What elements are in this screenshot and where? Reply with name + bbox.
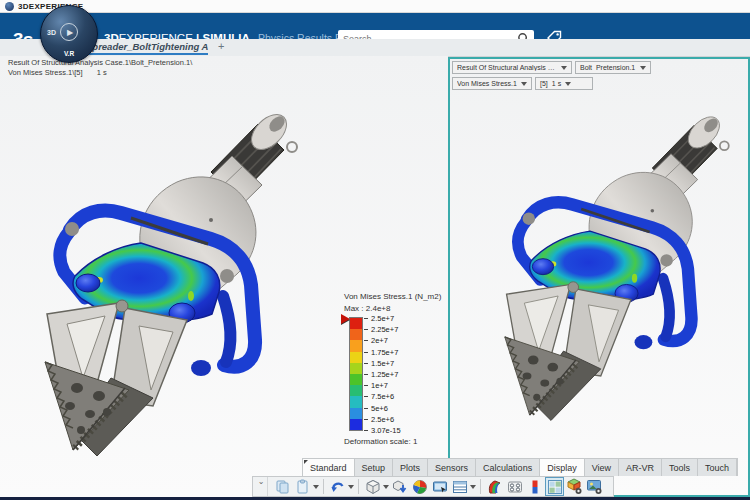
workspace-tab[interactable]: Spreader_BoltTightening A	[86, 41, 208, 52]
dropdown-caret-icon[interactable]	[383, 485, 389, 489]
tab-ar-vr[interactable]: AR-VR	[619, 459, 662, 476]
tab-display[interactable]: Display	[540, 459, 585, 476]
tab-sensors[interactable]: Sensors	[428, 459, 476, 476]
undo-icon[interactable]	[328, 477, 347, 496]
legend-max-marker-icon[interactable]	[341, 314, 350, 324]
field-dropdown[interactable]: Von Mises Stress.1	[452, 77, 532, 90]
result-path-label: Result Of Structural Analysis Case.1\Bol…	[8, 58, 192, 78]
dropdown-caret-icon	[565, 82, 571, 86]
collapse-chevron-icon[interactable]: ⌄	[255, 477, 268, 496]
data-table-icon[interactable]	[450, 477, 469, 496]
dropdown-caret-icon[interactable]	[348, 485, 354, 489]
workspace-tab-underline	[84, 53, 208, 55]
add-tab-button[interactable]: +	[218, 41, 224, 52]
top-bar: 3s 3DEXPERIENCE | SIMULIA Physics Result…	[0, 13, 750, 39]
tab-standard[interactable]: Standard	[303, 459, 355, 476]
load-case-dropdown[interactable]: Bolt_Pretension.1	[575, 61, 651, 74]
multi-view-layout-icon[interactable]	[545, 477, 564, 496]
contour-plot-icon[interactable]	[485, 477, 504, 496]
legend-scale: 2.5e+7 2.25e+7 2e+7 1.75e+7 1.5e+7 1.25e…	[350, 318, 454, 430]
dropdown-caret-icon	[561, 66, 567, 70]
dropdown-caret-icon[interactable]	[313, 485, 319, 489]
spectrum-bar-icon[interactable]	[525, 477, 544, 496]
compass-play-icon[interactable]: ▶	[60, 23, 78, 41]
tab-calculations[interactable]: Calculations	[476, 459, 540, 476]
tab-touch[interactable]: Touch	[698, 459, 737, 476]
tab-view[interactable]: View	[585, 459, 619, 476]
tab-setup[interactable]: Setup	[355, 459, 394, 476]
action-bar-toolbar: ⌄	[252, 476, 614, 497]
result-path-line2: Von Mises Stress.1\[5]1 s	[8, 68, 192, 78]
globe-icon	[5, 2, 14, 11]
frame-dropdown[interactable]: [5] 1 s	[535, 77, 593, 90]
render-style-icon[interactable]	[410, 477, 429, 496]
import-results-icon[interactable]	[390, 477, 409, 496]
capture-icon[interactable]	[430, 477, 449, 496]
tab-tools[interactable]: Tools	[662, 459, 698, 476]
action-bar-tabs: Standard Setup Plots Sensors Calculation…	[302, 458, 738, 476]
compass-vr-label: V.R	[41, 50, 97, 57]
spreader-model-left[interactable]	[15, 100, 305, 460]
result-case-dropdown[interactable]: Result Of Structural Analysis Case.2	[452, 61, 572, 74]
plate-group-icon[interactable]	[505, 477, 524, 496]
legend-values: 2.5e+7 2.25e+7 2e+7 1.75e+7 1.5e+7 1.25e…	[364, 318, 424, 430]
tab-plots[interactable]: Plots	[393, 459, 428, 476]
legend-colorbar	[350, 318, 362, 430]
compass-3d-label: 3D	[47, 29, 56, 36]
app-window: 3DEXPERIENCE 3s 3DEXPERIENCE | SIMULIA P…	[0, 0, 750, 500]
section-view-icon[interactable]	[363, 477, 382, 496]
dropdown-caret-icon[interactable]	[470, 485, 476, 489]
dropdown-caret-icon	[640, 66, 646, 70]
paste-icon[interactable]	[293, 477, 312, 496]
3dexperience-compass[interactable]: 3D ▶ V.R	[40, 5, 98, 63]
display-options-icon[interactable]	[585, 477, 604, 496]
dropdown-caret-icon	[521, 82, 527, 86]
legend-max: Max : 2.4e+8	[344, 304, 454, 313]
os-title-bar: 3DEXPERIENCE	[0, 0, 750, 13]
legend-title: Von Mises Stress.1 (N_m2)	[344, 292, 454, 301]
stress-legend: Von Mises Stress.1 (N_m2) Max : 2.4e+8 2…	[344, 292, 454, 446]
deformation-scale-label: Deformation scale: 1	[344, 437, 454, 446]
cube-options-icon[interactable]	[565, 477, 584, 496]
copy-icon[interactable]	[273, 477, 292, 496]
result-path-line1: Result Of Structural Analysis Case.1\Bol…	[8, 58, 192, 68]
spreader-model-right[interactable]	[478, 104, 736, 424]
